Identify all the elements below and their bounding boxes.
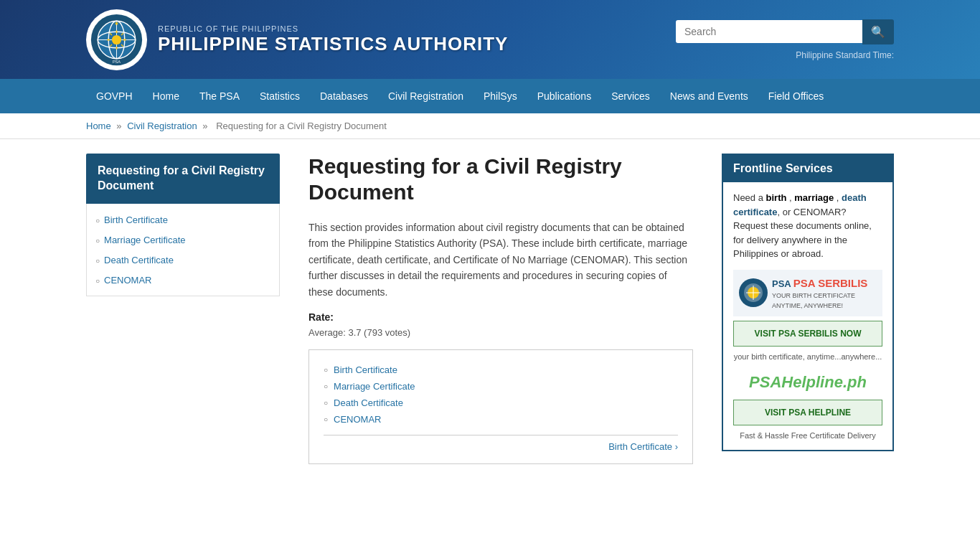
nav-item-publications[interactable]: Publications [527,79,602,113]
breadcrumb-home[interactable]: Home [86,121,111,131]
breadcrumb: Home » Civil Registration » Requesting f… [0,113,980,139]
content-link-item: Death Certificate [324,395,678,411]
site-header: PSA Republic of the Philippines Philippi… [0,0,980,79]
content-links-box: Birth CertificateMarriage CertificateDea… [308,349,693,464]
header-right: 🔍 Philippine Standard Time: [676,19,894,60]
psa-helpline-text: PSAHelpline.ph [733,370,882,394]
sidebar-nav: Birth CertificateMarriage CertificateDea… [86,204,280,296]
frontline-birth: birth [766,192,787,203]
frontline-sep1: , [786,192,794,203]
content-link-birth-certificate[interactable]: Birth Certificate [334,364,397,375]
main-nav: GOVPHHomeThe PSAStatisticsDatabasesCivil… [0,79,980,113]
sidebar-item: CENOMAR [87,270,279,290]
sidebar-link-marriage-certificate[interactable]: Marriage Certificate [104,235,185,245]
nav-item-news-and-events[interactable]: News and Events [660,79,758,113]
anytime-text: your birth certificate, anytime...anywhe… [733,351,882,363]
serbilis-label-block: PSA PSA SERBILIS YOUR BIRTH CERTIFICATE … [772,276,877,311]
sidebar-title: Requesting for a Civil Registry Document [86,154,280,204]
breadcrumb-sep1: » [116,121,124,131]
sidebar-link-death-certificate[interactable]: Death Certificate [104,255,174,265]
rate-average: Average: 3.7 (793 votes) [308,327,693,338]
nav-item-services[interactable]: Services [601,79,660,113]
sidebar-link-birth-certificate[interactable]: Birth Certificate [104,215,168,225]
frontline-pre: Need a [733,192,766,203]
nav-item-philsys[interactable]: PhilSys [473,79,527,113]
frontline-body: Need a birth , marriage , death certific… [723,182,892,450]
header-title-block: Republic of the Philippines Philippine S… [158,24,508,55]
rate-label: Rate: [308,311,334,323]
breadcrumb-sep2: » [202,121,210,131]
next-link-anchor[interactable]: Birth Certificate › [608,441,678,452]
svg-point-9 [112,34,121,44]
nav-item-field-offices[interactable]: Field Offices [758,79,834,113]
nav-item-statistics[interactable]: Statistics [250,79,310,113]
republic-label: Republic of the Philippines [158,24,508,33]
content-link-item: Marriage Certificate [324,378,678,395]
nav-item-the-psa[interactable]: The PSA [189,79,250,113]
page-title: Requesting for a Civil Registry Document [308,154,693,205]
content-link-item: CENOMAR [324,411,678,428]
visit-serbilis-button[interactable]: VISIT PSA SERBILIS NOW [733,321,882,347]
nav-item-govph[interactable]: GOVPH [86,79,143,113]
content-link-item: Birth Certificate [324,362,678,378]
main-content: Requesting for a Civil Registry Document… [301,154,700,548]
serbilis-text: PSA SERBILIS [793,276,868,292]
frontline-sep2: , [834,192,842,203]
nav-item-databases[interactable]: Databases [310,79,378,113]
sidebar-item: Birth Certificate [87,209,279,230]
serbilis-icon [739,278,768,307]
sidebar-link-cenomar[interactable]: CENOMAR [104,275,151,286]
pst-label: Philippine Standard Time: [796,50,894,60]
agency-name: Philippine Statistics Authority [158,33,508,55]
sidebar: Requesting for a Civil Registry Document… [86,154,280,548]
serbilis-sub: YOUR BIRTH CERTIFICATE ANYTIME, ANYWHERE… [772,291,877,311]
breadcrumb-current: Requesting for a Civil Registry Document [216,121,387,131]
content-body: This section provides information about … [308,220,693,300]
psa-logo: PSA [86,9,147,70]
frontline-title: Frontline Services [723,155,892,182]
fast-delivery-text: Fast & Hassle Free Certificate Delivery [733,430,882,442]
sidebar-item: Death Certificate [87,250,279,270]
rate-section: Rate: [308,311,693,323]
frontline-marriage: marriage [794,192,834,203]
frontline-box: Frontline Services Need a birth , marria… [722,154,894,451]
sidebar-item: Marriage Certificate [87,230,279,250]
breadcrumb-civil[interactable]: Civil Registration [127,121,197,131]
header-left: PSA Republic of the Philippines Philippi… [86,9,508,70]
content-link-marriage-certificate[interactable]: Marriage Certificate [334,381,415,392]
main-wrapper: Requesting for a Civil Registry Document… [0,139,980,551]
content-link-cenomar[interactable]: CENOMAR [334,414,381,425]
next-link: Birth Certificate › [324,435,678,452]
nav-item-civil-registration[interactable]: Civil Registration [378,79,473,113]
content-link-death-certificate[interactable]: Death Certificate [334,397,403,408]
search-button[interactable]: 🔍 [862,19,894,44]
serbilis-logo: PSA PSA SERBILIS YOUR BIRTH CERTIFICATE … [733,270,882,317]
search-bar: 🔍 [676,19,894,44]
visit-helpline-button[interactable]: VISIT PSA HELPLINE [733,400,882,425]
content-links-list: Birth CertificateMarriage CertificateDea… [324,362,678,428]
right-panel: Frontline Services Need a birth , marria… [722,154,894,548]
svg-text:PSA: PSA [113,60,121,64]
search-input[interactable] [676,20,862,43]
nav-item-home[interactable]: Home [143,79,189,113]
